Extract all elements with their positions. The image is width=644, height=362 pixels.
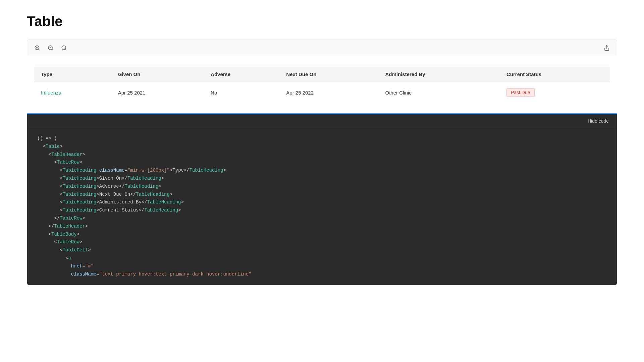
col-next-due-on: Next Due On xyxy=(279,67,378,82)
hide-code-bar: Hide code xyxy=(27,114,617,128)
hide-code-button[interactable]: Hide code xyxy=(585,117,611,125)
zoom-in-button[interactable] xyxy=(33,43,42,53)
cell-administered-by: Other Clinic xyxy=(379,82,500,103)
zoom-out-button[interactable] xyxy=(46,43,55,53)
table-header: Type Given On Adverse Next Due On Admini… xyxy=(34,67,610,82)
toolbar-left xyxy=(33,43,69,53)
toolbar xyxy=(27,40,617,56)
data-table: Type Given On Adverse Next Due On Admini… xyxy=(34,66,610,103)
cell-current-status: Past Due xyxy=(500,82,610,103)
zoom-reset-button[interactable] xyxy=(59,43,69,53)
svg-line-5 xyxy=(52,49,53,50)
table-header-row: Type Given On Adverse Next Due On Admini… xyxy=(34,67,610,82)
page-title: Table xyxy=(27,13,617,29)
col-adverse: Adverse xyxy=(204,67,279,82)
col-current-status: Current Status xyxy=(500,67,610,82)
preview-container: Type Given On Adverse Next Due On Admini… xyxy=(27,40,617,285)
svg-point-7 xyxy=(62,46,66,50)
svg-line-1 xyxy=(38,49,39,50)
cell-given-on: Apr 25 2021 xyxy=(111,82,204,103)
type-link[interactable]: Influenza xyxy=(41,90,61,96)
col-given-on: Given On xyxy=(111,67,204,82)
svg-line-8 xyxy=(65,49,66,50)
status-badge: Past Due xyxy=(506,88,535,97)
table-body: Influenza Apr 25 2021 No Apr 25 2022 Oth… xyxy=(34,82,610,103)
table-preview: Type Given On Adverse Next Due On Admini… xyxy=(27,56,617,113)
col-administered-by: Administered By xyxy=(379,67,500,82)
code-block: () => ( <Table> <TableHeader> <TableRow>… xyxy=(27,128,617,285)
table-row: Influenza Apr 25 2021 No Apr 25 2022 Oth… xyxy=(34,82,610,103)
cell-next-due-on: Apr 25 2022 xyxy=(279,82,378,103)
col-type: Type xyxy=(34,67,111,82)
cell-type: Influenza xyxy=(34,82,111,103)
share-button[interactable] xyxy=(602,43,611,53)
toolbar-right xyxy=(602,43,611,53)
cell-adverse: No xyxy=(204,82,279,103)
code-section: Hide code () => ( <Table> <TableHeader> … xyxy=(27,113,617,285)
